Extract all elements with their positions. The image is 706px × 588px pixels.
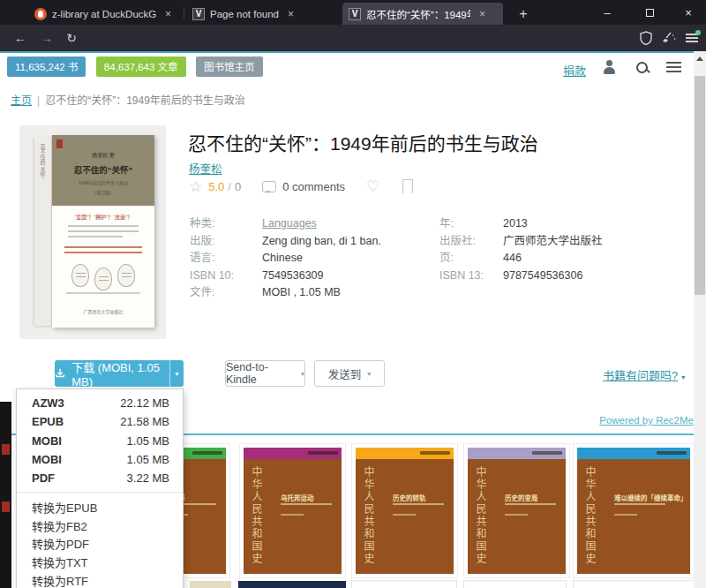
tab-bar: z-library at DuckDuckGo × V Page not fou…: [0, 0, 706, 25]
menu-item-convert[interactable]: 转换为FB2: [17, 516, 183, 535]
recommended-book-2[interactable]: 中华人民共和国史 乌托邦运动: [240, 444, 345, 577]
breadcrumb-separator: |: [37, 94, 40, 107]
breadcrumb-home-link[interactable]: 主页: [11, 94, 32, 107]
cover-title: 忍不住的“关怀”: [52, 163, 154, 176]
language-value: Chinese: [262, 250, 439, 268]
recommended-book-3[interactable]: 中华人民共和国史 历史的转轨: [352, 444, 457, 577]
tab-duckduckgo[interactable]: z-library at DuckDuckGo ×: [28, 3, 182, 25]
books-count-badge[interactable]: 11,635,242 书: [7, 57, 86, 77]
donate-link[interactable]: 捐款: [563, 62, 586, 79]
download-label: 下载 (MOBI, 1.05 MB): [71, 358, 169, 388]
cover-text-line: [68, 230, 139, 232]
cover-band: [244, 448, 342, 459]
zlibrary-page: 11,635,242 书 84,637,643 文章 图书馆主页 捐款 主页|忍…: [0, 51, 706, 588]
cover-tagline: “爱国”？“拥护”？“改造”？: [52, 213, 154, 221]
menu-item-format[interactable]: MOBI1.05 MB: [17, 450, 183, 469]
powered-by-link[interactable]: Powered by Rec2Me: [599, 415, 694, 426]
send-to-kindle-button[interactable]: Send-to-Kindle ▾: [225, 360, 305, 387]
send-to-button[interactable]: 发送到 ▾: [314, 360, 385, 387]
menu-item-format[interactable]: PDF3.22 MB: [17, 469, 183, 487]
recommended-book-row2[interactable]: [574, 581, 694, 588]
series-title: 中华人民共和国史: [249, 466, 264, 565]
breadcrumb: 主页|忍不住的“关怀”：1949年前后的书生与政治: [11, 92, 245, 107]
cover-names-line: [66, 292, 140, 294]
book-title: 乌托邦运动: [281, 493, 342, 502]
book-title: 难以继续的「继续革命」: [614, 493, 690, 502]
back-button[interactable]: ←: [11, 29, 30, 47]
report-problem-link[interactable]: 书籍有问题吗?▾: [603, 366, 685, 383]
isbn10-value: 7549536309: [262, 268, 439, 285]
rating-row: ☆ 5.0 / 0 0 comments ♡: [189, 177, 413, 195]
menu-item-format[interactable]: AZW322.12 MB: [17, 394, 183, 412]
page-scrollbar[interactable]: [694, 51, 706, 588]
cover-band: [356, 448, 454, 459]
cover-red-line: [64, 246, 142, 248]
cover-seal: [56, 139, 63, 148]
window-minimize-button[interactable]: –: [590, 0, 625, 25]
menu-item-format[interactable]: MOBI1.05 MB: [17, 432, 183, 450]
recommended-book-5[interactable]: 中华人民共和国史 难以继续的「继续革命」: [574, 444, 694, 577]
recommended-book-row2[interactable]: [352, 581, 456, 588]
header-badges: 11,635,242 书 84,637,643 文章 图书馆主页: [7, 57, 269, 77]
meta-values-right: 2013 广西师范大学出版社 446 9787549536306: [503, 215, 688, 284]
recommended-book-4[interactable]: 中华人民共和国史 历史的变局: [464, 444, 569, 577]
menu-button[interactable]: [683, 29, 701, 47]
download-options-caret[interactable]: ▾: [169, 360, 184, 387]
favorite-heart-icon[interactable]: ♡: [366, 177, 379, 196]
book-title: 历史的转轨: [393, 493, 454, 502]
comments-icon: [262, 181, 276, 192]
send-to-label: 发送到: [328, 366, 362, 382]
author-link[interactable]: 杨奎松: [189, 160, 222, 177]
forward-button[interactable]: →: [37, 29, 56, 47]
cover-red-line: [64, 252, 142, 253]
new-identity-broom-icon[interactable]: [660, 29, 678, 47]
browser-window: z-library at DuckDuckGo × V Page not fou…: [0, 0, 706, 588]
tab-close-icon[interactable]: ×: [163, 8, 173, 20]
menu-item-convert[interactable]: 转换为TXT: [17, 553, 183, 571]
reload-button[interactable]: ↻: [62, 29, 81, 47]
rating-slash: /: [228, 180, 231, 193]
tab-page-not-found[interactable]: V Page not found ×: [186, 3, 338, 25]
book-cover-image[interactable]: 忍不住的“关怀” 杨奎松 著 忍不住的“关怀” 1949年前后的书生与政治 〔增…: [19, 125, 166, 339]
download-icon: [55, 367, 65, 380]
series-title: 中华人民共和国史: [473, 466, 488, 565]
scroll-up-icon[interactable]: [696, 57, 703, 61]
cover-portrait: [71, 264, 89, 287]
window-maximize-button[interactable]: [632, 0, 667, 25]
clipped-cover-strip: [0, 402, 11, 588]
bookmark-icon[interactable]: [402, 179, 413, 193]
new-tab-button[interactable]: +: [512, 3, 535, 25]
caret-down-icon: ▾: [301, 370, 304, 378]
rating-star-icon[interactable]: ☆: [189, 177, 202, 196]
cover-author-line: 杨奎松 著: [52, 151, 154, 159]
cover-portrait: [94, 268, 112, 290]
tab-close-icon[interactable]: ×: [477, 8, 487, 20]
comments-link[interactable]: 0 comments: [282, 180, 345, 193]
book-spine: 忍不住的“关怀”: [34, 137, 52, 326]
shield-icon[interactable]: [637, 29, 655, 47]
menu-item-convert[interactable]: 转换为EPUB: [17, 498, 183, 516]
download-button[interactable]: 下载 (MOBI, 1.05 MB): [55, 360, 169, 387]
menu-item-convert[interactable]: 转换为RTF: [17, 571, 183, 588]
recommended-book-row2[interactable]: [190, 581, 231, 588]
tab-close-icon[interactable]: ×: [286, 8, 296, 20]
scrollbar-thumb[interactable]: [695, 76, 705, 295]
page-top-accent: [0, 51, 706, 53]
report-problem-label: 书籍有问题吗?: [603, 369, 678, 382]
articles-count-badge[interactable]: 84,637,643 文章: [96, 57, 186, 77]
year-value: 2013: [503, 215, 688, 233]
series-title: 中华人民共和国史: [361, 466, 376, 565]
window-close-button[interactable]: ×: [671, 0, 706, 25]
tab-book-page-active[interactable]: V 忍不住的“关怀”：1949年前后的 ×: [342, 3, 503, 25]
hamburger-icon: [686, 34, 698, 42]
tab-separator: [184, 7, 184, 19]
menu-item-format[interactable]: EPUB21.58 MB: [17, 412, 183, 431]
menu-item-convert[interactable]: 转换为PDF: [17, 535, 183, 554]
duckduckgo-icon: [34, 8, 47, 20]
library-home-badge[interactable]: 图书馆主页: [196, 57, 263, 77]
recommended-book-row2[interactable]: [238, 581, 346, 588]
recommended-book-row2[interactable]: [464, 581, 566, 588]
languages-link[interactable]: Languages: [262, 217, 317, 230]
meta-labels-right: 年: 出版社: 页: ISBN 13:: [439, 215, 501, 284]
cover-publisher-mark: 广西师范大学出版社: [52, 308, 154, 314]
